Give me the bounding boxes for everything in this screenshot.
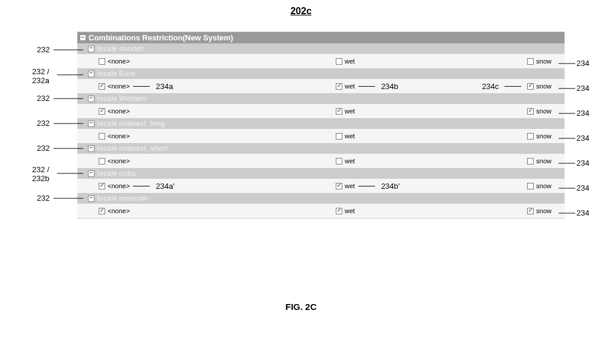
option-label: snow: [536, 58, 551, 65]
callout-234: 234: [576, 134, 590, 143]
callout-234: 234: [576, 84, 590, 93]
option-label: <none>: [108, 157, 130, 164]
checkbox-snow[interactable]: [527, 108, 534, 115]
checkbox-snow[interactable]: [527, 183, 534, 189]
option-label: wet: [345, 107, 355, 115]
leader-line: [133, 86, 150, 87]
group-header[interactable]: locale mideast_short: [77, 143, 565, 154]
option-label: <none>: [108, 207, 130, 214]
collapse-icon[interactable]: [88, 121, 94, 127]
panel-title: Combinations Restriction(New System): [89, 33, 233, 42]
figure-label: FIG. 2C: [6, 302, 596, 312]
checkbox-snow[interactable]: [527, 58, 534, 65]
callout-234: 234: [576, 208, 590, 217]
group-header[interactable]: locale Euro: [77, 68, 565, 79]
group-label: locale Euro: [97, 69, 135, 78]
checkbox-none[interactable]: [99, 208, 105, 214]
collapse-icon[interactable]: [88, 46, 94, 52]
collapse-icon[interactable]: [88, 145, 94, 152]
panel-header: Combinations Restriction(New System): [77, 32, 565, 43]
option-label: wet: [345, 83, 355, 90]
option-label: <none>: [108, 83, 130, 90]
option-label: snow: [536, 83, 551, 90]
leader-line: [358, 186, 375, 186]
option-row: <none>234a' wet234b' snow: [77, 179, 565, 193]
checkbox-wet[interactable]: [336, 108, 342, 115]
group-header[interactable]: locale Western: [77, 93, 565, 104]
callout-232: 232: [37, 45, 50, 54]
leader-line: [133, 186, 150, 186]
checkbox-snow[interactable]: [527, 133, 534, 140]
callout-234: 234: [576, 159, 590, 167]
checkbox-none[interactable]: [99, 133, 105, 140]
option-label: <none>: [108, 107, 130, 115]
callout-232-232a: 232 / 232a: [32, 67, 49, 85]
collapse-icon[interactable]: [88, 170, 94, 177]
group-header[interactable]: locale mideast_long: [77, 118, 565, 129]
callout-232-232b: 232 / 232b: [32, 165, 49, 183]
option-label: <none>: [108, 58, 130, 65]
callout-234c: 234c: [482, 82, 499, 91]
option-row: <none>234a wet234b 234csnow: [77, 79, 565, 93]
figure-stage: Combinations Restriction(New System) loc…: [6, 31, 596, 281]
option-label: snow: [536, 107, 551, 115]
leader-line: [358, 86, 375, 87]
group-header[interactable]: locale cuba: [77, 168, 565, 179]
option-label: <none>: [108, 182, 130, 189]
checkbox-none[interactable]: [99, 108, 105, 115]
option-label: wet: [345, 157, 355, 164]
checkbox-none[interactable]: [99, 183, 105, 189]
checkbox-snow[interactable]: [527, 208, 534, 214]
option-row: <none> wet snow: [77, 154, 565, 168]
checkbox-none[interactable]: [99, 58, 105, 65]
group-header[interactable]: locale moscow: [77, 193, 565, 204]
collapse-icon[interactable]: [88, 96, 94, 102]
collapse-icon[interactable]: [80, 34, 86, 41]
option-label: snow: [536, 132, 551, 140]
checkbox-wet[interactable]: [336, 83, 342, 90]
group-label: locale <none>: [97, 45, 144, 53]
callout-234a: 234a: [156, 82, 173, 91]
option-label: <none>: [108, 132, 130, 140]
option-label: snow: [536, 182, 551, 189]
group-label: locale mideast_long: [97, 119, 165, 128]
checkbox-snow[interactable]: [527, 83, 534, 90]
callout-232: 232: [37, 94, 50, 103]
group-label: locale moscow: [97, 194, 147, 202]
collapse-icon[interactable]: [88, 71, 94, 77]
option-row: <none> wet snow: [77, 204, 565, 218]
checkbox-none[interactable]: [99, 83, 105, 90]
leader-line: [505, 86, 521, 87]
checkbox-wet[interactable]: [336, 183, 342, 189]
checkbox-wet[interactable]: [336, 58, 342, 65]
checkbox-none[interactable]: [99, 158, 105, 164]
option-row: <none> wet snow: [77, 104, 565, 118]
callout-234: 234: [576, 59, 590, 68]
option-label: wet: [345, 58, 355, 65]
callout-232: 232: [37, 144, 50, 153]
checkbox-snow[interactable]: [527, 158, 534, 164]
restrictions-panel: Combinations Restriction(New System) loc…: [77, 31, 565, 219]
callout-234a-prime: 234a': [156, 182, 174, 191]
callout-234: 234: [576, 183, 590, 192]
callout-234b-prime: 234b': [381, 182, 399, 191]
group-header[interactable]: locale <none>: [77, 43, 565, 54]
option-label: wet: [345, 182, 355, 189]
collapse-icon[interactable]: [88, 195, 94, 202]
option-row: <none> wet snow: [77, 54, 565, 68]
callout-234b: 234b: [381, 82, 398, 91]
group-label: locale Western: [97, 94, 147, 103]
figure-reference: 202c: [6, 6, 596, 17]
callout-232: 232: [37, 194, 50, 202]
option-label: wet: [345, 132, 355, 140]
checkbox-wet[interactable]: [336, 208, 342, 214]
callout-232: 232: [37, 119, 50, 128]
checkbox-wet[interactable]: [336, 133, 342, 140]
option-label: snow: [536, 207, 551, 214]
option-label: snow: [536, 157, 551, 164]
checkbox-wet[interactable]: [336, 158, 342, 164]
option-row: <none> wet snow: [77, 129, 565, 143]
callout-234: 234: [576, 109, 590, 118]
group-label: locale mideast_short: [97, 144, 168, 153]
option-label: wet: [345, 207, 355, 214]
